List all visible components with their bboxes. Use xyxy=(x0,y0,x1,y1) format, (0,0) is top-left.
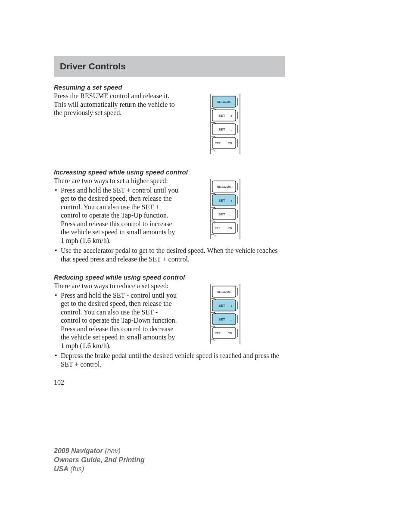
diagram-resume: RESUMESET+SET-OFFON xyxy=(179,92,274,158)
subhead-increase: Increasing speed while using speed contr… xyxy=(54,168,357,176)
footer: 2009 Navigator (nav) Owners Guide, 2nd P… xyxy=(0,447,411,499)
section-increase: Increasing speed while using speed contr… xyxy=(54,168,357,263)
svg-text:-: - xyxy=(230,213,232,217)
para-reduce-intro: There are two ways to reduce a set speed… xyxy=(54,282,179,290)
list-item: Press and hold the SET + control until y… xyxy=(61,186,179,245)
svg-text:SET: SET xyxy=(218,304,225,308)
list-item: Press and hold the SET - control until y… xyxy=(61,291,179,350)
svg-text:OFF: OFF xyxy=(215,332,221,335)
footer-model: 2009 Navigator xyxy=(54,447,103,454)
svg-text:-: - xyxy=(230,128,232,132)
svg-text:ON: ON xyxy=(228,332,232,335)
footer-model-code: (nav) xyxy=(105,447,120,454)
section-header: Driver Controls xyxy=(54,56,285,77)
diagram-reduce: RESUMESET+SET-OFFON xyxy=(179,282,274,348)
svg-text:SET: SET xyxy=(218,317,225,321)
svg-text:RESUME: RESUME xyxy=(217,185,231,189)
footer-region: USA xyxy=(54,465,68,473)
diagram-increase: RESUMESET+SET-OFFON xyxy=(179,177,274,243)
svg-text:SET: SET xyxy=(218,128,225,131)
svg-text:ON: ON xyxy=(228,142,232,145)
list-item: Depress the brake pedal until the desire… xyxy=(61,352,285,368)
svg-text:OFF: OFF xyxy=(215,142,221,145)
para-increase-intro: There are two ways to set a higher speed… xyxy=(54,177,179,185)
svg-text:SET: SET xyxy=(218,199,225,202)
svg-text:ON: ON xyxy=(228,227,232,230)
section-reduce: Reducing speed while using speed control… xyxy=(54,274,357,368)
svg-text:-: - xyxy=(230,318,232,322)
svg-text:+: + xyxy=(230,304,233,308)
svg-text:+: + xyxy=(230,199,233,203)
section-resume: Resuming a set speed Press the RESUME co… xyxy=(54,84,357,158)
svg-text:RESUME: RESUME xyxy=(217,290,231,294)
para-resume: Press the RESUME control and release it.… xyxy=(54,92,179,117)
svg-text:+: + xyxy=(230,114,233,118)
footer-guide: Owners Guide, 2nd Printing xyxy=(54,456,145,464)
svg-text:SET: SET xyxy=(218,114,225,118)
page-title: Driver Controls xyxy=(60,61,279,72)
footer-region-code: (fus) xyxy=(70,465,84,473)
subhead-resume: Resuming a set speed xyxy=(54,84,357,91)
page-number: 102 xyxy=(54,379,357,386)
list-item: Use the accelerator pedal to get to the … xyxy=(61,246,285,263)
svg-text:SET: SET xyxy=(218,212,225,216)
subhead-reduce: Reducing speed while using speed control xyxy=(54,274,357,281)
svg-text:OFF: OFF xyxy=(215,227,221,230)
svg-text:RESUME: RESUME xyxy=(217,100,231,104)
